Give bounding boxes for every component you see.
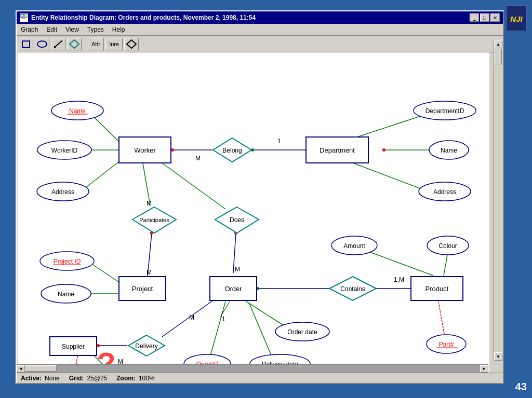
svg-text:Department: Department <box>320 146 355 154</box>
svg-text:M: M <box>195 155 201 162</box>
app-icon <box>20 13 28 22</box>
svg-line-41 <box>444 252 448 276</box>
window-title: Entity Relationship Diagram: Orders and … <box>31 14 256 21</box>
menu-graph[interactable]: Graph <box>17 25 42 34</box>
svg-point-22 <box>382 148 385 152</box>
svg-text:Order: Order <box>224 285 242 293</box>
svg-text:1,M: 1,M <box>394 276 404 283</box>
inre-label: Inre <box>109 41 119 47</box>
scroll-right-button[interactable]: ► <box>480 365 488 373</box>
svg-text:Address: Address <box>51 188 74 196</box>
svg-rect-1 <box>24 15 27 17</box>
svg-text:Name: Name <box>69 107 86 115</box>
scroll-left-button[interactable]: ◄ <box>17 365 25 373</box>
svg-text:NJI: NJI <box>510 15 523 23</box>
svg-line-44 <box>210 301 225 358</box>
svg-line-40 <box>363 250 433 276</box>
minimize-button[interactable]: _ <box>470 13 479 22</box>
scroll-down-button[interactable]: ▼ <box>494 352 502 361</box>
scroll-up-button[interactable]: ▲ <box>494 40 502 48</box>
zoom-value: 100% <box>139 375 155 382</box>
svg-text:Order date: Order date <box>287 328 317 336</box>
menu-edit[interactable]: Edit <box>42 25 61 34</box>
svg-point-6 <box>37 41 47 47</box>
svg-line-23 <box>346 160 428 191</box>
line-tool[interactable] <box>51 38 65 50</box>
svg-line-7 <box>55 41 62 47</box>
svg-text:Address: Address <box>433 188 456 196</box>
svg-text:DepartmentID: DepartmentID <box>425 107 464 115</box>
titlebar-controls: _ □ ✕ <box>470 13 500 22</box>
svg-text:M: M <box>235 266 240 273</box>
active-value: None <box>45 375 60 382</box>
svg-text:Part#: Part# <box>439 341 454 348</box>
svg-line-43 <box>246 301 287 327</box>
svg-text:M: M <box>147 200 152 207</box>
statusbar: Active: None Grid: 25@25 Zoom: 100% <box>17 373 503 383</box>
diamond-tool[interactable] <box>67 38 82 50</box>
svg-text:Project: Project <box>132 285 153 293</box>
grid-label: Grid: <box>69 375 84 382</box>
svg-text:Name: Name <box>441 147 457 154</box>
active-label: Active: <box>21 375 42 382</box>
svg-text:Colour: Colour <box>438 242 457 250</box>
rect-tool[interactable] <box>19 38 33 50</box>
svg-text:Does: Does <box>230 216 244 224</box>
svg-text:Project ID: Project ID <box>54 258 81 265</box>
svg-text:Belong: Belong <box>222 147 242 154</box>
er-diagram: Worker Department Project Order Product … <box>18 52 489 373</box>
scroll-thumb[interactable] <box>495 49 502 64</box>
svg-line-15 <box>83 160 121 190</box>
svg-text:1: 1 <box>277 138 281 145</box>
hscroll-thumb[interactable] <box>25 365 57 372</box>
page-number: 43 <box>515 381 527 393</box>
zoom-label: Zoom: <box>116 375 136 382</box>
menu-help[interactable]: Help <box>108 25 129 34</box>
close-button[interactable]: ✕ <box>490 13 500 22</box>
svg-line-32 <box>153 156 225 209</box>
svg-text:WorkerID: WorkerID <box>51 147 78 154</box>
svg-text:Amount: Amount <box>343 242 365 250</box>
svg-text:Worker: Worker <box>134 146 156 154</box>
maximize-button[interactable]: □ <box>480 13 489 22</box>
svg-rect-0 <box>21 15 23 17</box>
svg-text:Supplier: Supplier <box>62 343 85 350</box>
svg-text:Product: Product <box>425 285 449 293</box>
svg-text:M: M <box>189 314 194 321</box>
titlebar-left: Entity Relationship Diagram: Orders and … <box>20 13 256 22</box>
toolbar: Attr Inre <box>17 36 503 52</box>
grid-value: 25@25 <box>87 375 107 382</box>
svg-line-12 <box>90 114 121 143</box>
hscroll-track <box>25 365 480 373</box>
svg-marker-11 <box>127 40 136 48</box>
polygon-tool[interactable] <box>124 38 139 50</box>
svg-line-42 <box>438 301 445 337</box>
svg-text:1: 1 <box>222 315 225 323</box>
svg-line-28 <box>92 264 122 284</box>
svg-rect-5 <box>22 41 30 47</box>
svg-text:Name: Name <box>58 291 74 298</box>
svg-text:Contains: Contains <box>340 285 365 293</box>
svg-line-24 <box>142 160 150 205</box>
oval-tool[interactable] <box>35 38 49 50</box>
menu-view[interactable]: View <box>61 25 83 34</box>
attr-label: Attr <box>91 41 100 47</box>
svg-text:Delivery: Delivery <box>135 342 157 350</box>
titlebar: Entity Relationship Diagram: Orders and … <box>17 11 503 24</box>
svg-marker-10 <box>70 40 79 48</box>
scrollbar-horizontal[interactable]: ◄ ► <box>17 364 488 373</box>
menubar: Graph Edit View Types Help <box>17 24 503 36</box>
scrollbar-vertical[interactable]: ▲ ▼ <box>494 40 502 361</box>
svg-text:Participates: Participates <box>139 217 169 223</box>
menu-types[interactable]: Types <box>83 25 108 34</box>
inre-button[interactable]: Inre <box>105 38 123 50</box>
main-window: Entity Relationship Diagram: Orders and … <box>16 10 504 384</box>
corner-logo: NJI <box>506 5 527 31</box>
attr-button[interactable]: Attr <box>88 38 104 50</box>
diagram-area[interactable]: Worker Department Project Order Product … <box>18 52 489 373</box>
svg-text:M: M <box>147 269 152 276</box>
